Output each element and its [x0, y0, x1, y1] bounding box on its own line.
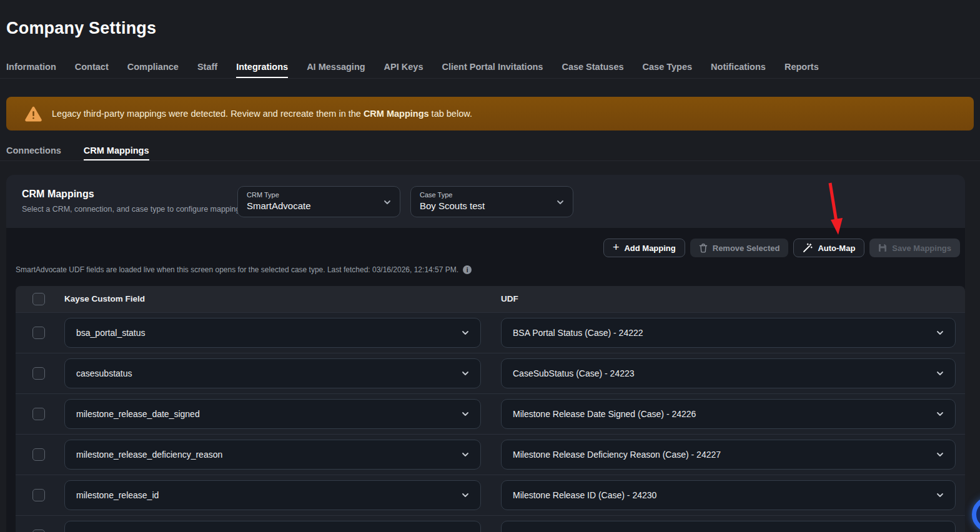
- chevron-down-icon: [460, 368, 470, 378]
- chevron-down-icon: [555, 197, 565, 207]
- chevron-down-icon: [935, 450, 945, 460]
- save-icon: [878, 244, 887, 252]
- table-header-row: Kayse Custom Field UDF: [16, 286, 965, 312]
- subtab-connections[interactable]: Connections: [6, 142, 61, 160]
- banner-message: Legacy third-party mappings were detecte…: [52, 109, 472, 119]
- chevron-down-icon: [935, 368, 945, 378]
- main-tab-bar: Information Contact Compliance Staff Int…: [0, 57, 980, 79]
- remove-selected-button[interactable]: Remove Selected: [690, 239, 789, 257]
- table-row: casesubstatus CaseSubStatus (Case) - 242…: [16, 353, 965, 393]
- crm-type-label: CRM Type: [247, 191, 391, 199]
- tab-information[interactable]: Information: [6, 57, 56, 78]
- crm-mappings-panel: CRM Mappings Select a CRM, connection, a…: [6, 175, 965, 532]
- warning-triangle-icon: [25, 106, 42, 122]
- tab-case-statuses[interactable]: Case Statuses: [562, 57, 623, 78]
- tab-staff[interactable]: Staff: [197, 57, 217, 78]
- add-mapping-button[interactable]: + Add Mapping: [603, 239, 685, 257]
- udf-select[interactable]: Milestone Release Date Signed (Case) - 2…: [501, 399, 956, 429]
- case-type-label: Case Type: [420, 191, 564, 199]
- tab-api-keys[interactable]: API Keys: [384, 57, 423, 78]
- udf-select[interactable]: BSA Portal Status (Case) - 24222: [501, 318, 956, 348]
- kayse-field-select[interactable]: bsa_portal_status: [64, 318, 481, 348]
- table-row: milestone_release_deficiency_reason Mile…: [16, 434, 965, 475]
- plus-icon: +: [613, 242, 620, 253]
- udf-fetch-note: SmartAdvocate UDF fields are loaded live…: [16, 265, 472, 274]
- kayse-field-select[interactable]: milestone_release_deficiency_reason: [64, 440, 481, 470]
- panel-subtitle: Select a CRM, connection, and case type …: [22, 205, 246, 214]
- udf-select[interactable]: Milestone Release Sign Date (Case) - 242…: [501, 521, 956, 532]
- chevron-down-icon: [460, 328, 470, 338]
- table-row: bsa_portal_status BSA Portal Status (Cas…: [16, 312, 965, 353]
- tab-notifications[interactable]: Notifications: [711, 57, 766, 78]
- mappings-toolbar: + Add Mapping Remove Selected Auto-Map S…: [603, 239, 960, 257]
- crm-type-value: SmartAdvocate: [247, 200, 391, 211]
- save-mappings-button[interactable]: Save Mappings: [869, 239, 960, 257]
- tab-contact[interactable]: Contact: [75, 57, 109, 78]
- crm-type-select[interactable]: CRM Type SmartAdvocate: [237, 186, 400, 217]
- chevron-down-icon: [460, 450, 470, 460]
- udf-select[interactable]: Milestone Release ID (Case) - 24230: [501, 480, 956, 510]
- tab-compliance[interactable]: Compliance: [127, 57, 179, 78]
- legacy-mappings-warning-banner: Legacy third-party mappings were detecte…: [6, 97, 974, 131]
- integrations-sub-tab-bar: Connections CRM Mappings: [0, 142, 980, 161]
- row-checkbox[interactable]: [32, 327, 45, 339]
- crm-mappings-panel-body: + Add Mapping Remove Selected Auto-Map S…: [6, 228, 965, 532]
- case-type-select[interactable]: Case Type Boy Scouts test: [410, 186, 573, 217]
- tab-reports[interactable]: Reports: [784, 57, 819, 78]
- tab-ai-messaging[interactable]: AI Messaging: [307, 57, 365, 78]
- panel-title: CRM Mappings: [22, 189, 94, 200]
- chevron-down-icon: [382, 197, 392, 207]
- row-checkbox[interactable]: [32, 408, 45, 420]
- table-row: milestone_release_sign_date Milestone Re…: [16, 515, 965, 532]
- mappings-table: Kayse Custom Field UDF bsa_portal_status…: [16, 286, 965, 532]
- tab-integrations[interactable]: Integrations: [236, 57, 288, 78]
- case-type-value: Boy Scouts test: [420, 200, 564, 211]
- column-header-kayse-field: Kayse Custom Field: [64, 294, 145, 303]
- udf-select[interactable]: CaseSubStatus (Case) - 24223: [501, 358, 956, 388]
- chevron-down-icon: [935, 490, 945, 500]
- company-settings-page: Company Settings Information Contact Com…: [0, 0, 980, 532]
- chevron-down-icon: [935, 409, 945, 419]
- auto-map-button[interactable]: Auto-Map: [793, 239, 864, 257]
- kayse-field-select[interactable]: milestone_release_id: [64, 480, 481, 510]
- tab-case-types[interactable]: Case Types: [643, 57, 693, 78]
- crm-mappings-panel-header: CRM Mappings Select a CRM, connection, a…: [6, 175, 965, 228]
- table-row: milestone_release_date_signed Milestone …: [16, 393, 965, 434]
- magic-wand-icon: [803, 243, 813, 253]
- page-title: Company Settings: [6, 19, 156, 38]
- chevron-down-icon: [460, 490, 470, 500]
- subtab-crm-mappings[interactable]: CRM Mappings: [84, 142, 149, 160]
- chevron-down-icon: [935, 328, 945, 338]
- floating-widget-button[interactable]: [972, 497, 980, 532]
- row-checkbox[interactable]: [32, 367, 45, 380]
- kayse-field-select[interactable]: casesubstatus: [64, 358, 481, 388]
- chevron-down-icon: [460, 409, 470, 419]
- row-checkbox[interactable]: [32, 489, 45, 501]
- trash-icon: [699, 244, 708, 253]
- tab-client-portal-invitations[interactable]: Client Portal Invitations: [442, 57, 543, 78]
- column-header-udf: UDF: [501, 294, 518, 303]
- info-icon[interactable]: i: [463, 265, 472, 274]
- select-all-checkbox[interactable]: [32, 293, 45, 305]
- table-row: milestone_release_id Milestone Release I…: [16, 475, 965, 515]
- udf-select[interactable]: Milestone Release Deficiency Reason (Cas…: [501, 440, 956, 470]
- kayse-field-select[interactable]: milestone_release_date_signed: [64, 399, 481, 429]
- kayse-field-select[interactable]: milestone_release_sign_date: [64, 521, 481, 532]
- row-checkbox[interactable]: [32, 448, 45, 461]
- row-checkbox[interactable]: [32, 530, 45, 532]
